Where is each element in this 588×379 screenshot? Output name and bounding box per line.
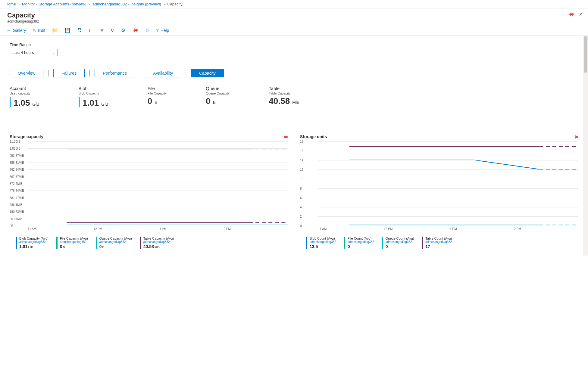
breadcrumb-monitor[interactable]: Monitor - Storage Accounts (preview) <box>22 2 86 6</box>
stat-blob: Blob Blob Capacity 1.01GiB <box>79 86 108 107</box>
y-tick: 953.67MiB <box>10 154 24 157</box>
breadcrumb-insights[interactable]: admchangediag382 - Insights (preview) <box>92 2 161 6</box>
grid-line <box>318 198 578 198</box>
chart-area[interactable]: 11 AM12 PM1 PM2 PM 1.12GiB1.02GiB953.67M… <box>10 141 288 235</box>
legend-item[interactable]: File Count (Avg)admchangediag3820 <box>344 237 374 249</box>
grid-line <box>28 191 288 191</box>
legend-sub: admchangediag382 <box>386 240 414 244</box>
breadcrumb-current: Capacity <box>167 2 183 6</box>
grid-line <box>28 198 288 198</box>
legend-color <box>56 237 58 249</box>
pin-icon[interactable]: 📌 <box>572 133 579 140</box>
y-tick: 381.47MiB <box>10 196 24 199</box>
grid-line <box>28 177 288 177</box>
legend-title: Table Count (Avg) <box>425 237 452 240</box>
charts-row: Storage capacity 📌 11 AM12 PM1 PM2 PM 1.… <box>10 134 578 249</box>
legend-sub: admchangediag382 <box>143 240 174 244</box>
legend-item[interactable]: File Capacity (Avg)admchangediag3820B <box>56 237 88 249</box>
legend-value: 40.58MiB <box>143 244 174 249</box>
grid-line <box>28 184 288 184</box>
tab-capacity[interactable]: Capacity <box>191 69 224 77</box>
grid-line <box>28 226 288 226</box>
legend-value: 1.01GiB <box>19 244 48 249</box>
legend-item[interactable]: Table Capacity (Avg)admchangediag38240.5… <box>140 237 174 249</box>
breadcrumb-home[interactable]: Home <box>5 2 16 6</box>
legend-sub: admchangediag382 <box>99 240 132 244</box>
legend-title: Blob Capacity (Avg) <box>19 237 48 240</box>
y-tick: 16 <box>300 149 303 153</box>
legend-title: Queue Count (Avg) <box>386 237 414 240</box>
legend-title: File Capacity (Avg) <box>60 237 88 240</box>
chevron-right-icon: › <box>164 2 165 6</box>
toolbar: ←Gallery ✎Edit 📁 💾 🖫 🏷 ✖ ↻ ⚙ 📌 ☺ ?Help <box>0 25 588 36</box>
time-range-block: Time Range Last 4 hours ⌄ <box>10 42 578 56</box>
legend-sub: admchangediag382 <box>19 240 48 244</box>
y-tick: 476.84MiB <box>10 189 24 192</box>
legend-title: Table Capacity (Avg) <box>143 237 174 240</box>
legend-sub: admchangediag382 <box>60 240 88 244</box>
stat-bar <box>10 97 11 107</box>
pin-icon[interactable]: 📌 <box>131 26 139 35</box>
chart-legend: Blob Count (Avg)admchangediag38213.5File… <box>300 237 578 249</box>
edit-button[interactable]: ✎Edit <box>33 28 45 33</box>
gallery-button[interactable]: ←Gallery <box>7 28 26 33</box>
chart-area[interactable]: 11 AM12 PM1 PM2 PM 181614121086420 <box>300 141 578 235</box>
y-tick: 6 <box>300 196 302 199</box>
stat-file: File File Capacity 0B <box>148 86 167 107</box>
tab-availability[interactable]: Availability <box>145 69 181 77</box>
y-tick: 190.73MiB <box>10 210 24 213</box>
legend-item[interactable]: Queue Capacity (Avg)admchangediag3820B <box>96 237 132 249</box>
save-as-icon[interactable]: 🖫 <box>77 28 82 33</box>
grid-line <box>28 212 288 212</box>
chart-storage-units: Storage units 📌 11 AM12 PM1 PM2 PM 18161… <box>300 134 578 249</box>
tab-performance[interactable]: Performance <box>95 69 135 77</box>
folder-icon[interactable]: 📁 <box>52 27 58 33</box>
legend-item[interactable]: Table Count (Avg)admchangediag38217 <box>422 237 452 249</box>
refresh-icon[interactable]: ↻ <box>111 27 114 33</box>
tag-icon[interactable]: 🏷 <box>89 28 93 33</box>
save-icon[interactable]: 💾 <box>64 27 70 33</box>
y-tick: 14 <box>300 159 303 162</box>
grid-line <box>28 205 288 205</box>
x-axis: 11 AM12 PM1 PM2 PM <box>318 227 578 231</box>
chevron-down-icon: ⌄ <box>52 51 55 54</box>
tab-overview[interactable]: Overview <box>10 69 43 77</box>
y-tick: 12 <box>300 168 303 171</box>
y-tick: 858.31MiB <box>10 161 24 164</box>
legend-sub: admchangediag382 <box>348 240 374 244</box>
grid-line <box>318 216 578 217</box>
legend-item[interactable]: Queue Count (Avg)admchangediag3820 <box>382 237 414 249</box>
legend-item[interactable]: Blob Capacity (Avg)admchangediag3821.01G… <box>16 237 48 249</box>
help-button[interactable]: ?Help <box>156 28 169 33</box>
legend-value: 0B <box>99 244 132 249</box>
clear-icon[interactable]: ✖ <box>100 27 104 33</box>
stat-account: Account Used capacity 1.05GiB <box>10 86 39 107</box>
legend-title: File Count (Avg) <box>348 237 374 240</box>
arrow-left-icon: ← <box>7 28 11 33</box>
pencil-icon: ✎ <box>33 28 36 33</box>
scrollbar[interactable] <box>583 36 588 256</box>
legend-item[interactable]: Blob Count (Avg)admchangediag38213.5 <box>306 237 336 249</box>
legend-value: 0 <box>348 244 374 249</box>
line-blob <box>349 160 540 169</box>
grid-line <box>318 141 578 142</box>
time-range-select[interactable]: Last 4 hours ⌄ <box>10 49 58 56</box>
grid-line <box>318 207 578 207</box>
settings-icon[interactable]: ⚙ <box>121 27 125 33</box>
y-tick: 8 <box>300 187 302 190</box>
chart-title: Storage units <box>300 134 327 139</box>
tab-failures[interactable]: Failures <box>53 69 85 77</box>
close-icon[interactable]: ✕ <box>579 11 583 17</box>
page-subtitle: admchangediag382 <box>7 19 568 23</box>
pin-icon[interactable]: 📌 <box>282 133 289 140</box>
legend-sub: admchangediag382 <box>310 240 336 244</box>
feedback-icon[interactable]: ☺ <box>145 28 149 33</box>
chart-storage-capacity: Storage capacity 📌 11 AM12 PM1 PM2 PM 1.… <box>10 134 288 249</box>
legend-color <box>382 237 383 249</box>
y-tick: 572.2MiB <box>10 182 22 185</box>
legend-color <box>140 237 141 249</box>
pin-icon[interactable]: 📌 <box>567 10 575 19</box>
page-body: Time Range Last 4 hours ⌄ Overview Failu… <box>0 36 588 256</box>
y-tick: 286.1MiB <box>10 203 22 207</box>
y-tick: 18 <box>300 140 303 143</box>
